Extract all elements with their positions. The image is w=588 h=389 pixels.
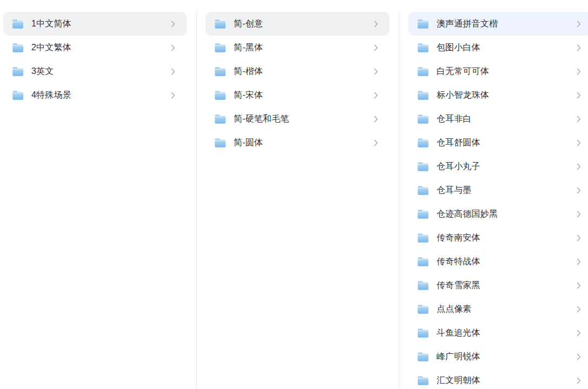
folder-name: 澳声通拼音文楷 (437, 18, 576, 30)
chevron-right-icon (576, 258, 582, 265)
column-level-3: 澳声通拼音文楷 包图小白体 白无常可 (408, 12, 588, 389)
chevron-right-icon (170, 44, 176, 51)
folder-row[interactable]: 标小智龙珠体 (408, 83, 588, 107)
folder-icon (417, 185, 429, 196)
folder-row[interactable]: 简-楷体 (206, 59, 389, 83)
folder-icon (12, 43, 24, 53)
chevron-right-icon (576, 210, 582, 218)
folder-row[interactable]: 汇文明朝体 (408, 368, 588, 389)
column-level-1: 1中文简体 2中文繁体 3英文 (3, 12, 187, 107)
folder-name: 峰广明锐体 (437, 351, 576, 363)
chevron-right-icon (170, 68, 176, 75)
chevron-right-icon (373, 44, 379, 51)
chevron-right-icon (576, 281, 582, 289)
chevron-right-icon (576, 353, 582, 360)
chevron-right-icon (170, 91, 176, 99)
folder-name: 包图小白体 (437, 42, 576, 53)
folder-name: 4特殊场景 (31, 90, 170, 101)
folder-row[interactable]: 传奇雪家黑 (408, 273, 588, 297)
folder-name: 2中文繁体 (31, 42, 170, 53)
folder-icon (12, 66, 24, 77)
chevron-right-icon (576, 186, 582, 194)
folder-name: 仓耳舒圆体 (437, 137, 576, 149)
folder-icon (417, 19, 429, 29)
folder-row[interactable]: 峰广明锐体 (408, 345, 588, 368)
folder-icon (417, 375, 429, 386)
folder-name: 仓耳小丸子 (437, 161, 576, 172)
chevron-right-icon (373, 91, 379, 99)
folder-icon (417, 90, 429, 100)
folder-name: 1中文简体 (31, 18, 170, 30)
folder-name: 简-创意 (234, 18, 373, 30)
chevron-right-icon (576, 68, 582, 75)
folder-icon (417, 162, 429, 172)
folder-icon (417, 352, 429, 362)
chevron-right-icon (576, 44, 582, 51)
chevron-right-icon (576, 139, 582, 146)
folder-icon (214, 114, 226, 124)
folder-row[interactable]: 4特殊场景 (3, 83, 187, 107)
folder-row[interactable]: 仓耳与墨 (408, 178, 588, 202)
folder-row[interactable]: 简-宋体 (206, 83, 389, 107)
folder-name: 白无常可可体 (437, 66, 576, 77)
folder-name: 3英文 (31, 66, 170, 77)
chevron-right-icon (576, 115, 582, 123)
chevron-right-icon (576, 305, 582, 313)
folder-row[interactable]: 1中文简体 (3, 12, 187, 36)
chevron-right-icon (373, 68, 379, 75)
folder-icon (417, 66, 429, 77)
folder-row[interactable]: 传奇特战体 (408, 250, 588, 273)
folder-icon (417, 209, 429, 219)
chevron-right-icon (576, 234, 582, 242)
folder-row[interactable]: 简-黑体 (206, 36, 389, 59)
folder-icon (417, 257, 429, 267)
folder-row[interactable]: 澳声通拼音文楷 (408, 12, 588, 36)
column-level-2: 简-创意 简-黑体 简-楷体 (206, 12, 389, 155)
folder-icon (214, 66, 226, 77)
column-divider (399, 12, 399, 389)
chevron-right-icon (170, 20, 176, 28)
chevron-right-icon (576, 91, 582, 99)
folder-row[interactable]: 包图小白体 (408, 36, 588, 59)
folder-name: 简-黑体 (234, 42, 373, 53)
folder-icon (214, 90, 226, 100)
folder-row[interactable]: 仓耳舒圆体 (408, 131, 588, 155)
folder-icon (12, 19, 24, 29)
chevron-right-icon (576, 20, 582, 28)
column-divider (196, 12, 197, 389)
folder-name: 仓迹高德国妙黑 (437, 209, 576, 220)
folder-row[interactable]: 仓迹高德国妙黑 (408, 202, 588, 226)
folder-icon (417, 114, 429, 124)
folder-row[interactable]: 仓耳小丸子 (408, 155, 588, 178)
folder-name: 传奇南安体 (437, 232, 576, 244)
chevron-right-icon (373, 139, 379, 146)
folder-row[interactable]: 仓耳非白 (408, 107, 588, 131)
folder-name: 点点像素 (437, 304, 576, 315)
folder-row[interactable]: 传奇南安体 (408, 226, 588, 250)
folder-row[interactable]: 白无常可可体 (408, 59, 588, 83)
folder-row[interactable]: 点点像素 (408, 297, 588, 321)
folder-icon (214, 19, 226, 29)
folder-row[interactable]: 斗鱼追光体 (408, 321, 588, 345)
folder-row[interactable]: 简-创意 (206, 12, 389, 36)
folder-name: 斗鱼追光体 (437, 327, 576, 339)
folder-row[interactable]: 简-硬笔和毛笔 (206, 107, 389, 131)
folder-name: 标小智龙珠体 (437, 90, 576, 101)
folder-row[interactable]: 3英文 (3, 59, 187, 83)
chevron-right-icon (373, 20, 379, 28)
chevron-right-icon (576, 163, 582, 170)
folder-name: 仓耳与墨 (437, 185, 576, 196)
folder-name: 简-楷体 (234, 66, 373, 77)
chevron-right-icon (576, 329, 582, 337)
folder-icon (214, 138, 226, 148)
folder-name: 传奇特战体 (437, 256, 576, 267)
folder-icon (417, 304, 429, 314)
folder-row[interactable]: 简-圆体 (206, 131, 389, 155)
folder-name: 简-硬笔和毛笔 (234, 113, 373, 125)
folder-name: 简-圆体 (234, 137, 373, 149)
folder-name: 汇文明朝体 (437, 375, 576, 386)
folder-icon (12, 90, 24, 100)
folder-columns-panel: 1中文简体 2中文繁体 3英文 (0, 0, 588, 389)
folder-icon (417, 43, 429, 53)
folder-row[interactable]: 2中文繁体 (3, 36, 187, 59)
